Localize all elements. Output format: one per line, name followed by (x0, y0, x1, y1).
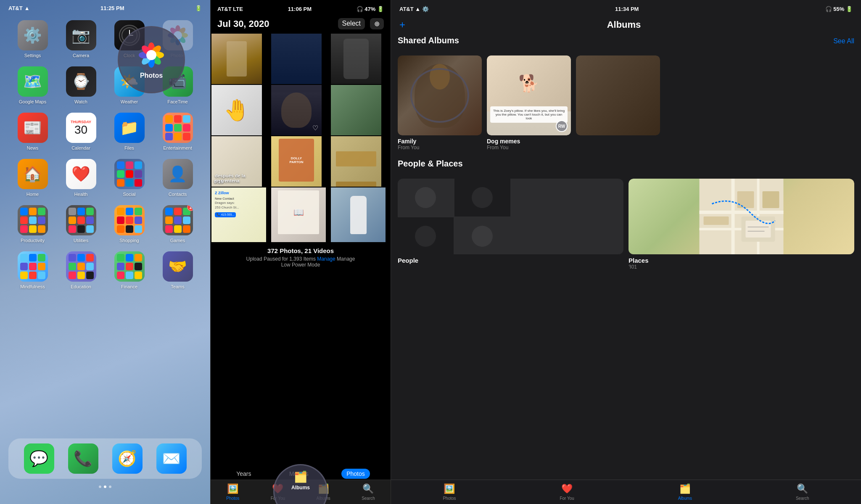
app-weather-label: Weather (121, 99, 138, 104)
see-all-shared[interactable]: See All (833, 37, 854, 45)
for-you-label-albums: For You (560, 496, 574, 501)
dot-2 (104, 486, 106, 488)
pp-people[interactable]: People (398, 179, 623, 270)
svg-rect-29 (704, 216, 729, 225)
app-news[interactable]: 📰 News (13, 113, 53, 150)
app-maps-label: Google Maps (19, 99, 46, 104)
albums-label-active: Albums (678, 496, 692, 501)
photo-cell-7[interactable]: después de la cuarentena 0:15 (211, 136, 262, 187)
tab-photos[interactable]: Photos (341, 469, 370, 479)
app-health[interactable]: ❤️ Health (61, 159, 101, 197)
people-label: People (398, 257, 623, 264)
status-bar: AT&T ▲ 11:25 PM 🔋 (0, 0, 210, 14)
albums-tab-bar: 🖼️ Photos ❤️ For You 🗂️ Albums 🔍 Search (391, 480, 861, 504)
app-utilities[interactable]: Utilities (61, 205, 101, 243)
app-calendar[interactable]: Thursday 30 Calendar (61, 113, 101, 150)
photo-cell-1[interactable] (211, 34, 262, 84)
photo-cell-11[interactable] (331, 187, 386, 242)
photos-highlight-circle: Photos (118, 26, 185, 93)
albums-title: Albums (405, 19, 843, 30)
app-teams[interactable]: 🤝 Teams (158, 251, 198, 289)
manage-link[interactable]: Manage (317, 256, 335, 262)
tab-photos-albums[interactable]: 🖼️ Photos (443, 483, 456, 501)
wifi-icon: ▲ (24, 5, 30, 11)
carrier: AT&T (8, 5, 23, 11)
tab-for-you-albums[interactable]: ❤️ For You (560, 483, 574, 501)
upload-status: Upload Paused for 1,393 Items Manage Man… (217, 256, 384, 262)
app-camera[interactable]: 📷 Camera (61, 20, 101, 58)
search-tab-label: Search (362, 496, 375, 501)
photos-footer: 372 Photos, 21 Videos Upload Paused for … (211, 242, 391, 270)
dock-mail[interactable]: ✉️ (156, 443, 187, 474)
pp-places[interactable]: Places 301 (629, 179, 854, 270)
pp-title: People & Places (398, 159, 463, 169)
app-files[interactable]: 📁 Files (109, 113, 149, 150)
photos-status-bar: AT&T LTE 11:06 PM 🎧 47% 🔋 (211, 0, 391, 16)
photos-date: Jul 30, 2020 (217, 18, 269, 29)
photo-grid: 🤚 ♡ después de la cuarentena 0:15 DOL (211, 34, 390, 242)
albums-battery: 🎧 55% 🔋 (825, 6, 853, 12)
svg-rect-28 (763, 191, 779, 208)
manage-link-text[interactable]: Manage (337, 256, 355, 262)
photo-cell-9[interactable] (331, 136, 381, 187)
dot-3 (109, 486, 111, 488)
photo-cell-4[interactable]: 🤚 (211, 85, 262, 135)
app-education-label: Education (71, 284, 91, 289)
app-mindfulness[interactable]: Mindfulness (13, 251, 53, 289)
albums-panel: AT&T ▲ ⚙️ 11:34 PM 🎧 55% 🔋 + Albums Shar… (391, 0, 861, 504)
albums-plus-button[interactable]: + (399, 19, 405, 31)
photos-tab-label: Photos (226, 496, 239, 501)
for-you-icon-albums: ❤️ (561, 483, 573, 494)
photo-cell-5[interactable]: ♡ (271, 85, 322, 135)
tab-years[interactable]: Years (231, 469, 256, 479)
photos-panel: AT&T LTE 11:06 PM 🎧 47% 🔋 Jul 30, 2020 S… (210, 0, 391, 504)
pp-section-header: People & Places (398, 159, 854, 174)
album-family[interactable]: Family From You (398, 55, 482, 150)
select-button[interactable]: Select (338, 18, 365, 29)
shared-albums-section-header: Shared Albums See All (398, 36, 854, 50)
tab-photos-bottom[interactable]: 🖼️ Photos (226, 483, 239, 501)
calendar-day: 30 (74, 124, 87, 136)
photo-cell-3[interactable] (331, 34, 381, 84)
app-productivity-label: Productivity (21, 238, 45, 243)
search-icon-albums: 🔍 (797, 483, 808, 494)
dock-messages[interactable]: 💬 (24, 443, 54, 474)
app-camera-label: Camera (73, 53, 89, 58)
photo-cell-8[interactable]: DOLLYPARTON (271, 136, 322, 187)
app-contacts[interactable]: 👤 Contacts (158, 159, 198, 197)
albums-carrier: AT&T ▲ ⚙️ (399, 6, 429, 12)
photo-cell-2[interactable] (271, 34, 322, 84)
photo-cell-10[interactable]: 📖 (271, 187, 326, 242)
app-shopping[interactable]: Shopping (109, 205, 149, 243)
album-dog-sub: From You (487, 145, 571, 150)
pp-grid: People (398, 179, 854, 270)
more-button[interactable]: ⊕ (370, 18, 384, 29)
albums-header: + Albums (391, 16, 861, 36)
albums-icon-active: 🗂️ (679, 483, 691, 494)
tab-search-bottom[interactable]: 🔍 Search (362, 483, 375, 501)
album-dog-memes[interactable]: 🐕 This is Zoey's pillow. If she likes yo… (487, 55, 571, 150)
app-productivity[interactable]: Productivity (13, 205, 53, 243)
app-finance[interactable]: Finance (109, 251, 149, 289)
dock-phone[interactable]: 📞 (68, 443, 98, 474)
app-entertainment[interactable]: Entertainment (158, 113, 198, 150)
app-settings-label: Settings (24, 53, 41, 58)
app-maps[interactable]: 🗺️ Google Maps (13, 66, 53, 104)
app-settings[interactable]: ⚙️ Settings (13, 20, 53, 58)
app-social[interactable]: Social (109, 159, 149, 197)
upload-text: Upload Paused for 1,393 Items (246, 256, 316, 262)
app-education[interactable]: Education (61, 251, 101, 289)
dock-safari[interactable]: 🧭 (112, 443, 143, 474)
app-games[interactable]: 2 Games (158, 205, 198, 243)
album-third[interactable] (576, 55, 660, 150)
shared-albums-row: Family From You 🐕 This is Zoey's pillow.… (398, 55, 854, 150)
tab-albums-active[interactable]: 🗂️ Albums (678, 483, 692, 501)
app-calendar-label: Calendar (71, 145, 90, 150)
photo-cell-6[interactable] (331, 85, 381, 135)
app-watch[interactable]: ⌚ Watch (61, 66, 101, 104)
app-home[interactable]: 🏠 Home (13, 159, 53, 197)
photo-cell-zillow[interactable]: Z Zillow New ContactDragon says:253 Chur… (211, 187, 266, 242)
tab-search-albums[interactable]: 🔍 Search (796, 483, 809, 501)
places-count: 301 (629, 264, 854, 270)
time: 11:25 PM (100, 5, 124, 11)
